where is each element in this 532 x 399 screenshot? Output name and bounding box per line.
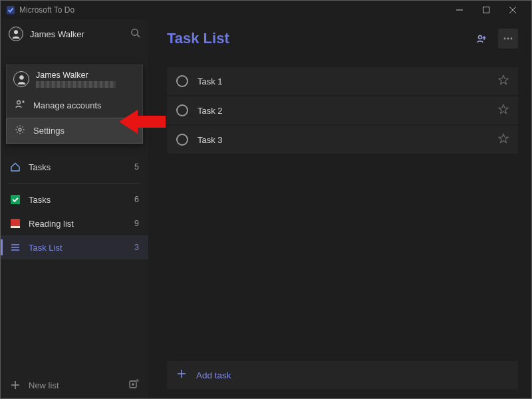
manage-accounts-button[interactable]: Manage accounts bbox=[7, 93, 142, 118]
list-icon bbox=[10, 242, 21, 253]
minimize-button[interactable] bbox=[446, 1, 473, 19]
nav-divider bbox=[9, 183, 140, 184]
add-task-label: Add task bbox=[196, 370, 231, 380]
dropdown-profile-name: James Walker bbox=[36, 70, 116, 80]
sidebar-item-count: 9 bbox=[134, 219, 139, 228]
sidebar-item-count: 3 bbox=[134, 243, 139, 252]
gear-icon bbox=[15, 124, 25, 137]
task-list: Task 1 Task 2 Task 3 bbox=[167, 67, 518, 361]
generic-icon bbox=[10, 144, 21, 155]
titlebar: Microsoft To Do bbox=[1, 1, 531, 19]
svg-line-7 bbox=[137, 35, 140, 37]
manage-accounts-label: Manage accounts bbox=[33, 100, 102, 110]
avatar bbox=[9, 27, 23, 41]
app-window: Microsoft To Do James Walker bbox=[0, 0, 532, 399]
svg-point-22 bbox=[504, 38, 506, 40]
task-row[interactable]: Task 3 bbox=[167, 126, 518, 154]
svg-point-8 bbox=[19, 75, 23, 79]
svg-point-24 bbox=[511, 38, 513, 40]
sidebar-item-tasks[interactable]: Tasks 5 bbox=[1, 155, 148, 179]
star-icon[interactable] bbox=[498, 104, 509, 117]
sidebar-item-label: Tasks bbox=[29, 162, 126, 172]
main-panel: Task List Task 1 Task 2 bbox=[148, 19, 531, 398]
svg-point-10 bbox=[19, 128, 21, 131]
dropdown-email-redacted bbox=[36, 81, 116, 88]
complete-checkbox[interactable] bbox=[176, 75, 188, 87]
svg-point-5 bbox=[14, 30, 18, 34]
app-title: Microsoft To Do bbox=[19, 5, 74, 15]
complete-checkbox[interactable] bbox=[176, 104, 188, 116]
settings-button[interactable]: Settings bbox=[6, 118, 143, 144]
sidebar: James Walker James Walker bbox=[1, 19, 148, 398]
plus-icon bbox=[10, 380, 21, 390]
svg-rect-0 bbox=[7, 6, 15, 14]
book-icon bbox=[10, 218, 21, 229]
profile-name: James Walker bbox=[30, 29, 124, 39]
new-list-button[interactable]: New list bbox=[1, 372, 148, 398]
sidebar-item-truncated[interactable] bbox=[1, 142, 148, 155]
new-list-label: New list bbox=[29, 380, 59, 390]
avatar bbox=[13, 71, 29, 87]
svg-point-19 bbox=[479, 36, 482, 39]
task-title: Task 1 bbox=[198, 76, 489, 86]
more-options-button[interactable] bbox=[498, 29, 518, 49]
profile-row[interactable]: James Walker bbox=[1, 19, 148, 49]
star-icon[interactable] bbox=[498, 74, 509, 88]
account-dropdown: James Walker Manage accounts Settings bbox=[6, 65, 143, 144]
svg-point-23 bbox=[507, 38, 509, 40]
search-icon[interactable] bbox=[130, 28, 140, 41]
person-switch-icon bbox=[15, 99, 25, 112]
plus-icon bbox=[176, 368, 187, 382]
svg-point-6 bbox=[132, 29, 138, 35]
sidebar-item-label: Reading list bbox=[29, 219, 126, 229]
main-header: Task List bbox=[167, 29, 518, 49]
sidebar-item-reading-list[interactable]: Reading list 9 bbox=[1, 211, 148, 235]
sidebar-item-tasks-custom[interactable]: Tasks 6 bbox=[1, 188, 148, 211]
app-logo-icon bbox=[6, 5, 15, 15]
sidebar-item-task-list[interactable]: Task List 3 bbox=[1, 235, 148, 259]
close-button[interactable] bbox=[499, 1, 526, 19]
nav-list: Tasks 5 Tasks 6 Reading list 9 bbox=[1, 142, 148, 372]
task-title: Task 3 bbox=[198, 135, 489, 145]
task-row[interactable]: Task 2 bbox=[167, 96, 518, 124]
star-icon[interactable] bbox=[498, 133, 509, 146]
share-button[interactable] bbox=[471, 29, 491, 49]
settings-label: Settings bbox=[33, 126, 65, 136]
complete-checkbox[interactable] bbox=[176, 134, 188, 146]
svg-rect-2 bbox=[483, 7, 489, 13]
task-row[interactable]: Task 1 bbox=[167, 67, 518, 95]
sidebar-item-label: Tasks bbox=[29, 195, 126, 205]
new-group-icon[interactable] bbox=[128, 379, 139, 392]
sidebar-item-count: 6 bbox=[134, 195, 139, 204]
sidebar-item-label: Task List bbox=[29, 243, 126, 253]
page-title: Task List bbox=[167, 30, 465, 47]
checkbox-icon bbox=[10, 194, 21, 205]
maximize-button[interactable] bbox=[473, 1, 499, 19]
task-title: Task 2 bbox=[198, 106, 489, 116]
svg-point-9 bbox=[17, 101, 21, 104]
home-icon bbox=[10, 162, 21, 172]
dropdown-profile[interactable]: James Walker bbox=[7, 65, 142, 93]
sidebar-item-count: 5 bbox=[134, 162, 139, 172]
add-task-input[interactable]: Add task bbox=[167, 361, 518, 389]
